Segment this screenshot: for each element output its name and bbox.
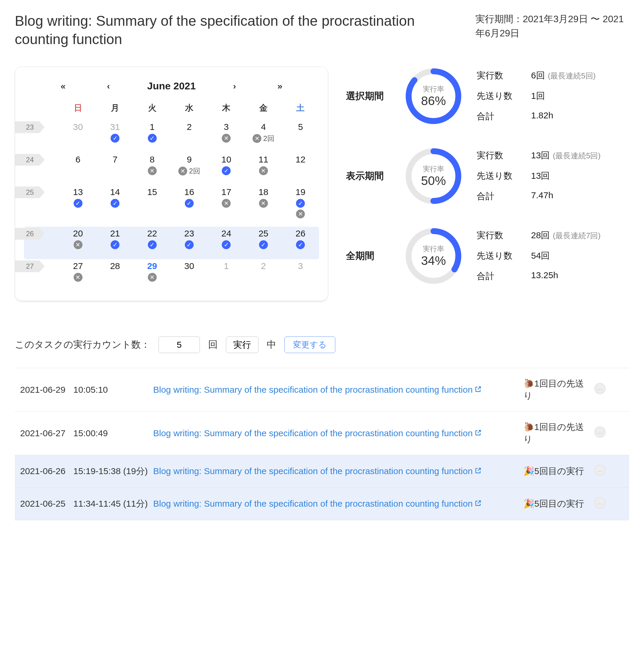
log-title-link[interactable]: Blog writing: Summary of the specificati… [153,385,482,394]
calendar-day[interactable]: 5 [282,120,319,153]
day-number: 9 [170,154,208,165]
log-title-link[interactable]: Blog writing: Summary of the specificati… [153,466,482,476]
calendar-day[interactable]: 27✕ [60,259,96,292]
log-title-link[interactable]: Blog writing: Summary of the specificati… [153,499,482,508]
calendar-day[interactable]: 2 [245,259,282,292]
calendar-day[interactable]: 6 [60,153,96,185]
log-title: Blog writing: Summary of the specificati… [153,385,521,395]
day-number: 2 [245,261,282,271]
calendar-day[interactable]: 14✓ [96,185,133,218]
prev-month-button[interactable]: ‹ [103,79,114,93]
day-number: 8 [134,154,170,165]
stat-period-label: 全期間 [346,249,390,263]
calendar-day[interactable]: 20✕ [60,227,96,259]
calendar-day[interactable]: 3✕ [208,120,245,153]
calendar-day[interactable]: 9✕2回 [170,153,208,185]
calendar-day[interactable]: 24✓ [208,227,245,259]
next-month-button[interactable]: › [229,79,240,93]
count-select[interactable]: 実行 [226,336,258,353]
calendar-day[interactable]: 4✕2回 [245,120,282,153]
calendar-day[interactable]: 25✓ [245,227,282,259]
comment-icon[interactable] [594,465,605,476]
calendar-day[interactable]: 29✕ [134,259,170,292]
calendar-day[interactable]: 1 [208,259,245,292]
calendar-card: « ‹ June 2021 › » 日 月 火 水 木 金 土 233031✓1… [15,67,328,301]
x-icon: ✕ [222,134,231,143]
calendar-day[interactable]: 16✓ [170,185,208,218]
calendar-day[interactable]: 19✓✕ [282,185,319,227]
change-button[interactable]: 変更する [284,336,335,353]
stat-value: 7.47h [531,190,600,202]
comment-icon[interactable] [594,383,605,394]
day-number: 1 [134,122,170,132]
log-title: Blog writing: Summary of the specificati… [153,428,521,438]
calendar-day[interactable]: 22✓ [134,227,170,259]
x-icon: ✕ [178,167,187,175]
calendar-week: 24678✕9✕2回10✓11✕12 [24,153,319,185]
calendar-day[interactable]: 3 [282,259,319,292]
calendar-week: 233031✓1✓23✕4✕2回5 [24,120,319,153]
comment-icon[interactable] [594,426,605,438]
calendar-day[interactable]: 28 [96,259,133,292]
day-number: 1 [208,261,245,271]
log-status: 🐌1回目の先送り [523,378,591,402]
stat-rate-value: 50% [421,174,446,188]
day-number: 28 [96,261,133,271]
stat-extra: (最長連続5回) [553,151,600,160]
check-icon: ✓ [222,240,231,249]
calendar-day[interactable]: 8✕ [134,153,170,185]
dow-sat: 土 [282,100,319,116]
calendar-day[interactable]: 31✓ [96,120,133,153]
check-icon: ✓ [74,199,83,208]
day-number: 12 [282,154,319,165]
day-number: 15 [134,187,170,197]
calendar-day[interactable]: 15 [134,185,170,218]
stat-value: 28回(最長連続7回) [531,229,600,241]
calendar-day[interactable]: 17✕ [208,185,245,218]
calendar-day[interactable]: 11✕ [245,153,282,185]
log-status: 🎉5回目の実行 [523,465,591,477]
log-row: 2021-06-2615:19-15:38 (19分)Blog writing:… [15,455,629,487]
calendar-day[interactable]: 18✕ [245,185,282,218]
stat-value: 13.25h [531,270,600,282]
day-number: 6 [60,154,96,165]
day-badge-count: 2回 [189,166,200,176]
calendar-day[interactable]: 10✓ [208,153,245,185]
week-label: 25 [15,187,45,198]
calendar-day[interactable]: 13✓ [60,185,96,218]
x-icon: ✕ [296,210,305,218]
stat-key: 合計 [477,190,521,202]
comment-icon[interactable] [594,497,605,508]
prev-year-button[interactable]: « [56,79,70,93]
dow-mon: 月 [96,100,133,116]
stat-table: 実行数28回(最長連続7回)先送り数54回合計13.25h [477,229,600,282]
log-time: 10:05:10 [73,385,150,395]
stat-period-label: 選択期間 [346,90,390,103]
next-year-button[interactable]: » [273,79,286,93]
stat-block: 表示期間 実行率 50% 実行数13回(最長連続5回)先送り数13回合計7.47… [346,147,629,206]
calendar-day[interactable]: 2 [170,120,208,153]
stat-value: 13回 [531,170,600,182]
stat-block: 選択期間 実行率 86% 実行数6回(最長連続5回)先送り数1回合計1.82h [346,67,629,126]
day-number: 17 [208,187,245,197]
calendar-day[interactable]: 26✓ [282,227,319,259]
day-number: 19 [282,187,319,197]
x-icon: ✕ [222,199,231,208]
stat-table: 実行数6回(最長連続5回)先送り数1回合計1.82h [477,69,596,123]
calendar-day[interactable]: 21✓ [96,227,133,259]
calendar-day[interactable]: 1✓ [134,120,170,153]
calendar-day[interactable]: 7 [96,153,133,185]
log-time: 15:00:49 [73,428,150,438]
stat-key: 実行数 [477,229,521,241]
calendar-day[interactable]: 30 [170,259,208,292]
day-number: 3 [208,122,245,132]
log-title-link[interactable]: Blog writing: Summary of the specificati… [153,428,482,438]
calendar-day[interactable]: 12 [282,153,319,185]
calendar-day[interactable]: 30 [60,120,96,153]
calendar-day[interactable]: 23✓ [170,227,208,259]
count-input[interactable] [159,336,200,353]
execution-period: 実行期間：2021年3月29日 〜 2021年6月29日 [476,12,629,40]
day-number: 26 [282,228,319,239]
stat-ring: 実行率 50% [404,147,463,206]
day-number: 24 [208,228,245,239]
